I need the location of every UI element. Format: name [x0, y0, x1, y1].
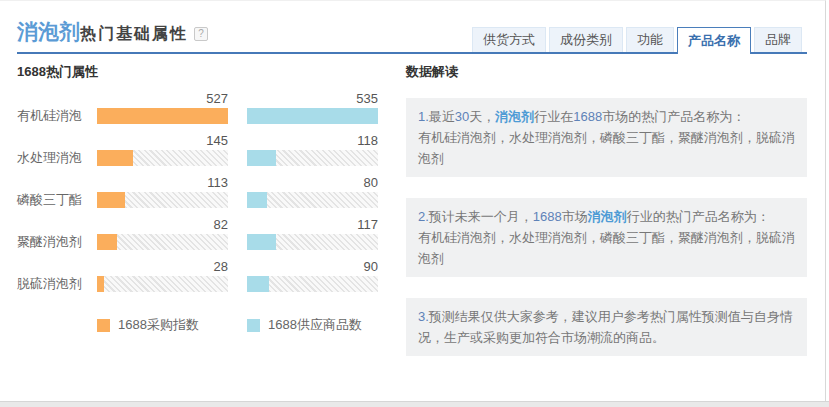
legend-label: 1688供应商品数 — [268, 316, 362, 334]
text-segment: 行业在 — [534, 109, 573, 124]
content-card: 消泡剂热门基础属性? 供货方式成份类别功能产品名称品牌 1688热门属性 有机硅… — [0, 0, 826, 401]
interpretation-box: 1.最近30天，消泡剂行业在1688市场的热门产品名称为：有机硅消泡剂，水处理消… — [406, 98, 807, 177]
bar-track — [97, 108, 228, 124]
text-segment: 预计未来一个月， — [429, 209, 533, 224]
industry-keyword: 消泡剂 — [495, 109, 534, 124]
tab-产品名称[interactable]: 产品名称 — [677, 27, 751, 54]
bar — [97, 108, 228, 124]
bar-group: 535 — [247, 92, 378, 124]
page-title-rest: 热门基础属性 — [80, 25, 188, 42]
text-segment: 天， — [469, 109, 495, 124]
bar-track — [97, 192, 228, 208]
bar-group: 145 — [97, 134, 228, 166]
chart-legend: 1688采购指数1688供应商品数 — [17, 316, 392, 330]
legend-swatch — [97, 319, 110, 332]
text-segment: 最近 — [429, 109, 455, 124]
chart-row: 脱硫消泡剂2890 — [17, 260, 392, 292]
text-segment: 2. — [418, 209, 429, 224]
analytics-panel: 消泡剂热门基础属性? 供货方式成份类别功能产品名称品牌 1688热门属性 有机硅… — [0, 0, 829, 407]
bar-value: 535 — [247, 92, 378, 105]
chart-section: 1688热门属性 有机硅消泡527535水处理消泡145118磷酸三丁酯1138… — [17, 64, 392, 330]
bar — [247, 108, 378, 124]
text-segment: 行业的热门产品名称为： — [627, 209, 770, 224]
category-label: 脱硫消泡剂 — [17, 275, 97, 292]
bar-track — [247, 108, 378, 124]
chart-row: 聚醚消泡剂82117 — [17, 218, 392, 250]
bar-group: 28 — [97, 260, 228, 292]
interpretation-section: 数据解读 1.最近30天，消泡剂行业在1688市场的热门产品名称为：有机硅消泡剂… — [406, 64, 807, 356]
text-segment: 市场 — [562, 209, 588, 224]
text-segment: 预测结果仅供大家参考，建议用户参考热门属性预测值与自身情况，生产或采购更加符合市… — [418, 309, 793, 345]
bar-group: 113 — [97, 176, 228, 208]
chart-row: 水处理消泡145118 — [17, 134, 392, 166]
interpretation-box: 2.预计未来一个月，1688市场消泡剂行业的热门产品名称为：有机硅消泡剂，水处理… — [406, 198, 807, 277]
bar — [97, 192, 125, 208]
bar — [97, 234, 117, 250]
category-label: 水处理消泡 — [17, 149, 97, 166]
text-segment: 1688 — [533, 209, 562, 224]
bar-value: 145 — [97, 134, 228, 147]
bar-group: 80 — [247, 176, 378, 208]
bar-track — [97, 234, 228, 250]
interpretation-box: 3.预测结果仅供大家参考，建议用户参考热门属性预测值与自身情况，生产或采购更加符… — [406, 298, 807, 356]
legend-item: 1688供应商品数 — [247, 316, 362, 334]
tab-成份类别[interactable]: 成份类别 — [549, 27, 623, 52]
bar-group: 118 — [247, 134, 378, 166]
legend-swatch — [247, 319, 260, 332]
bar-track — [247, 192, 378, 208]
bar-value: 117 — [247, 218, 378, 231]
category-label: 磷酸三丁酯 — [17, 191, 97, 208]
bar-value: 80 — [247, 176, 378, 189]
legend-label: 1688采购指数 — [118, 316, 199, 334]
bar — [97, 276, 104, 292]
category-label: 有机硅消泡 — [17, 107, 97, 124]
tab-品牌[interactable]: 品牌 — [754, 27, 802, 52]
bar-group: 527 — [97, 92, 228, 124]
chart-row: 有机硅消泡527535 — [17, 92, 392, 124]
category-label: 聚醚消泡剂 — [17, 233, 97, 250]
page-title-keyword: 消泡剂 — [17, 20, 80, 43]
bar — [97, 150, 133, 166]
bar — [247, 192, 267, 208]
bar-track — [247, 276, 378, 292]
page-bottom-strip — [0, 401, 829, 407]
chart-row: 磷酸三丁酯11380 — [17, 176, 392, 208]
bar-track — [247, 150, 378, 166]
bar-track — [97, 150, 228, 166]
chart-heading: 1688热门属性 — [17, 64, 392, 80]
bar-group: 90 — [247, 260, 378, 292]
tab-bar: 供货方式成份类别功能产品名称品牌 — [472, 27, 802, 54]
bar-value: 527 — [97, 92, 228, 105]
bar — [247, 150, 276, 166]
bar — [247, 276, 269, 292]
text-segment: 有机硅消泡剂，水处理消泡剂，磷酸三丁酯，聚醚消泡剂，脱硫消泡剂 — [418, 130, 795, 166]
bar-value: 113 — [97, 176, 228, 189]
bar-group: 82 — [97, 218, 228, 250]
bar-track — [247, 234, 378, 250]
page-title: 消泡剂热门基础属性? — [17, 18, 208, 46]
tab-功能[interactable]: 功能 — [626, 27, 674, 52]
bar-value: 118 — [247, 134, 378, 147]
interpretation-boxes: 1.最近30天，消泡剂行业在1688市场的热门产品名称为：有机硅消泡剂，水处理消… — [406, 98, 807, 356]
tab-供货方式[interactable]: 供货方式 — [472, 27, 546, 52]
text-segment: 3. — [418, 309, 429, 324]
bar-value: 28 — [97, 260, 228, 273]
bar-chart: 有机硅消泡527535水处理消泡145118磷酸三丁酯11380聚醚消泡剂821… — [17, 92, 392, 292]
bar-group: 117 — [247, 218, 378, 250]
text-segment: 有机硅消泡剂，水处理消泡剂，磷酸三丁酯，聚醚消泡剂，脱硫消泡剂 — [418, 230, 795, 266]
bar-value: 90 — [247, 260, 378, 273]
help-icon[interactable]: ? — [194, 27, 208, 41]
bar — [247, 234, 276, 250]
bar-track — [97, 276, 228, 292]
interpretation-heading: 数据解读 — [406, 64, 807, 80]
legend-item: 1688采购指数 — [97, 316, 199, 334]
text-segment: 1688 — [573, 109, 602, 124]
text-segment: 30 — [455, 109, 469, 124]
bar-value: 82 — [97, 218, 228, 231]
text-segment: 市场的热门产品名称为： — [602, 109, 745, 124]
text-segment: 1. — [418, 109, 429, 124]
industry-keyword: 消泡剂 — [588, 209, 627, 224]
